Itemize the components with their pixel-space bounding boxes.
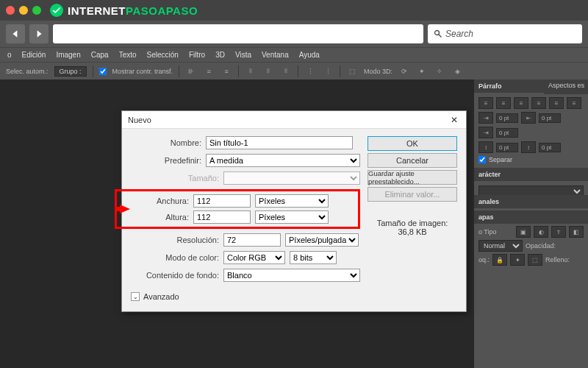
separar-check-input[interactable] bbox=[478, 156, 486, 163]
align-right-icon[interactable]: ≡ bbox=[514, 97, 528, 109]
3d-mode-icon[interactable]: ⟳ bbox=[398, 66, 410, 77]
3d-icon[interactable]: ⬚ bbox=[346, 66, 358, 77]
lock-icon[interactable]: ⬚ bbox=[528, 254, 542, 266]
3d-mode-icon[interactable]: ◈ bbox=[451, 66, 463, 77]
menu-item[interactable]: o bbox=[7, 51, 12, 59]
size-label: Tamaño de imagen: bbox=[368, 219, 457, 227]
indent-field[interactable]: 0 pt bbox=[496, 113, 518, 123]
separar-checkbox[interactable]: Separar bbox=[478, 156, 584, 163]
aspects-tab[interactable]: Aspectos es bbox=[544, 79, 588, 94]
eliminar-valor-button: Eliminar valor... bbox=[368, 187, 457, 202]
oq-label: oq.: bbox=[478, 256, 490, 263]
align-center-icon[interactable]: ≡ bbox=[496, 97, 511, 109]
separator bbox=[238, 66, 239, 77]
search-icon bbox=[434, 29, 442, 38]
options-toolbar: Selec. autom.: Grupo : Mostrar contr. tr… bbox=[0, 62, 588, 79]
3d-mode-icon[interactable]: ✧ bbox=[434, 66, 445, 77]
close-icon[interactable]: ✕ bbox=[448, 114, 460, 126]
menu-item[interactable]: Texto bbox=[119, 51, 137, 59]
indent-icon[interactable]: ⇥ bbox=[478, 112, 493, 124]
space-field[interactable]: 0 pt bbox=[496, 143, 518, 152]
brand-word2: PASOAPASO bbox=[126, 4, 198, 17]
opacity-label: Opacidad: bbox=[526, 242, 556, 250]
distribute-icon[interactable]: ⋮ bbox=[322, 66, 334, 77]
layer-type-icon[interactable]: ◐ bbox=[534, 226, 548, 238]
blend-select[interactable]: Normal bbox=[478, 240, 523, 252]
align-icon[interactable]: ≡ bbox=[203, 66, 215, 77]
justify-icon[interactable]: ≡ bbox=[567, 97, 581, 109]
menu-item[interactable]: Capa bbox=[91, 51, 109, 59]
panel-apas-head[interactable]: apas bbox=[474, 210, 588, 224]
menu-item[interactable]: Selección bbox=[147, 51, 179, 59]
site-logo-icon bbox=[50, 4, 63, 17]
align-icon[interactable]: ⫴ bbox=[245, 66, 257, 77]
lock-icon[interactable]: ✦ bbox=[510, 254, 525, 266]
indent-icon[interactable]: ⇤ bbox=[521, 112, 536, 124]
contenidofondo-label: Contenido de fondo: bbox=[131, 271, 219, 280]
panel-anales-head[interactable]: anales bbox=[474, 195, 588, 208]
space-field[interactable]: 0 pt bbox=[539, 143, 561, 152]
menu-item[interactable]: Imagen bbox=[56, 51, 80, 59]
distribute-icon[interactable]: ⋮ bbox=[304, 66, 316, 77]
indent-field[interactable]: 0 pt bbox=[539, 113, 561, 123]
preset-select[interactable]: A medida bbox=[206, 154, 360, 167]
cancelar-button[interactable]: Cancelar bbox=[368, 153, 457, 168]
nombre-input[interactable] bbox=[206, 136, 353, 149]
menu-item[interactable]: 3D bbox=[215, 51, 225, 59]
avanzado-label: Avanzado bbox=[143, 292, 179, 301]
indent-field[interactable]: 0 pt bbox=[496, 128, 518, 138]
resolucion-input[interactable] bbox=[223, 233, 281, 247]
dialog-title: Nuevo bbox=[128, 116, 151, 124]
menu-item[interactable]: Filtro bbox=[189, 51, 205, 59]
show-transform-checkbox[interactable] bbox=[99, 68, 107, 75]
bits-select[interactable]: 8 bits bbox=[290, 251, 337, 264]
tipo-row: o Tipo ▣ ◐ T ◧ bbox=[478, 226, 584, 238]
menu-item[interactable]: Edición bbox=[22, 51, 46, 59]
advanced-toggle[interactable]: ⌄ Avanzado bbox=[131, 292, 360, 301]
group-select[interactable]: Grupo : bbox=[54, 66, 87, 77]
nav-forward-button[interactable] bbox=[29, 24, 49, 43]
lock-icon[interactable]: 🔒 bbox=[492, 254, 507, 266]
panel-caracter-head[interactable]: arácter bbox=[474, 168, 588, 181]
indent-icon[interactable]: ⇥ bbox=[478, 127, 493, 138]
svg-point-0 bbox=[435, 31, 440, 35]
3d-mode-icon[interactable]: ✦ bbox=[416, 66, 428, 77]
window-min-dot[interactable] bbox=[19, 6, 28, 15]
resolucion-unit-select[interactable]: Píxeles/pulgada bbox=[285, 233, 359, 247]
altura-unit-select[interactable]: Píxeles bbox=[255, 210, 329, 224]
window-max-dot[interactable] bbox=[32, 6, 41, 15]
menu-item[interactable]: Ventana bbox=[262, 51, 289, 59]
fondo-select[interactable]: Blanco bbox=[223, 269, 360, 282]
anchura-input[interactable] bbox=[193, 194, 251, 208]
layer-type-icon[interactable]: ▣ bbox=[516, 226, 531, 238]
menu-item[interactable]: Ayuda bbox=[299, 51, 320, 59]
ok-button[interactable]: OK bbox=[368, 136, 457, 151]
colormode-select[interactable]: Color RGB bbox=[223, 251, 285, 264]
menu-item[interactable]: Vista bbox=[235, 51, 251, 59]
align-icon[interactable]: ≡ bbox=[220, 66, 232, 77]
nav-back-button[interactable] bbox=[6, 24, 25, 43]
align-icon[interactable]: ⊪ bbox=[185, 66, 197, 77]
panel-parrafo-body: ≡ ≡ ≡ ≡ ≡ ≡ ⇥ 0 pt ⇤ 0 pt ⇥ 0 pt ↕ 0 pt … bbox=[474, 93, 588, 168]
window-close-dot[interactable] bbox=[6, 6, 15, 15]
layer-type-icon[interactable]: T bbox=[551, 226, 566, 238]
justify-icon[interactable]: ≡ bbox=[531, 97, 546, 109]
tamano-select bbox=[223, 171, 360, 185]
justify-icon[interactable]: ≡ bbox=[549, 97, 564, 109]
svg-line-1 bbox=[439, 35, 442, 38]
space-icon[interactable]: ↕ bbox=[478, 141, 493, 153]
search-box[interactable]: Search bbox=[428, 24, 582, 43]
align-left-icon[interactable]: ≡ bbox=[478, 97, 493, 109]
relleno-label: Relleno: bbox=[545, 256, 570, 263]
align-icon[interactable]: ⫴ bbox=[262, 66, 274, 77]
address-bar[interactable] bbox=[53, 24, 423, 43]
altura-input[interactable] bbox=[193, 210, 251, 224]
align-icon[interactable]: ⫴ bbox=[280, 66, 292, 77]
anchura-unit-select[interactable]: Píxeles bbox=[255, 194, 329, 208]
browser-titlebar: INTERNETPASOAPASO bbox=[0, 0, 588, 21]
guardar-preset-button[interactable]: Guardar ajuste preestablecido... bbox=[368, 170, 457, 185]
layer-type-icon[interactable]: ◧ bbox=[569, 226, 584, 238]
space-icon[interactable]: ↕ bbox=[521, 141, 536, 153]
right-panels: Párrafo ≡ ≡ ≡ ≡ ≡ ≡ ⇥ 0 pt ⇤ 0 pt ⇥ 0 pt… bbox=[474, 79, 588, 368]
site-brand: INTERNETPASOAPASO bbox=[68, 4, 198, 17]
